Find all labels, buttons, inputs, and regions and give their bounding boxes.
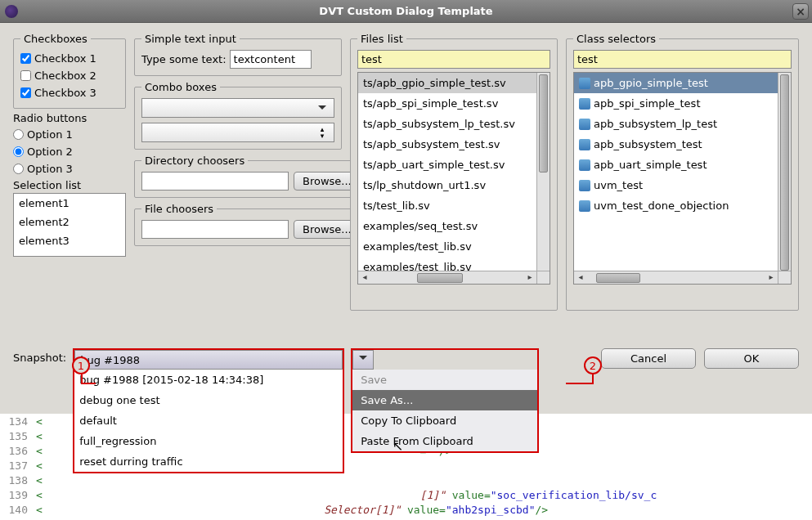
files-listbox[interactable]: ts/apb_gpio_simple_test.sv ts/apb_spi_si… bbox=[357, 72, 550, 285]
list-item[interactable]: element2 bbox=[14, 213, 125, 231]
file-item[interactable]: ts/apb_subsystem_lp_test.sv bbox=[358, 114, 536, 134]
chevron-down-icon bbox=[359, 353, 367, 366]
radio-2[interactable] bbox=[13, 146, 24, 157]
app-icon bbox=[5, 5, 18, 18]
checkboxes-legend: Checkboxes bbox=[20, 33, 91, 45]
selection-list[interactable]: element1 element2 element3 bbox=[13, 193, 126, 257]
scroll-left-icon[interactable]: ◂ bbox=[358, 272, 371, 284]
file-input[interactable] bbox=[141, 220, 289, 239]
menu-copy-clipboard[interactable]: Copy To Clipboard bbox=[352, 410, 537, 431]
scroll-right-icon[interactable]: ▸ bbox=[765, 272, 778, 284]
ok-button[interactable]: OK bbox=[704, 348, 799, 369]
file-item[interactable]: ts/apb_gpio_simple_test.sv bbox=[358, 73, 536, 93]
checkbox-2[interactable] bbox=[20, 70, 31, 81]
checkbox-1[interactable] bbox=[20, 53, 31, 64]
titlebar: DVT Custom Dialog Template × bbox=[0, 0, 812, 23]
files-filter-input[interactable] bbox=[357, 50, 550, 69]
chevron-down-icon bbox=[314, 102, 330, 114]
simple-text-label: Type some text: bbox=[141, 53, 227, 65]
class-item[interactable]: apb_gpio_simple_test bbox=[574, 73, 778, 93]
scroll-right-icon[interactable]: ▸ bbox=[523, 272, 536, 284]
file-item[interactable]: examples/test_lib.sv bbox=[358, 236, 536, 257]
snapshot-dropdown[interactable]: bug #1988 [2015-02-18 14:34:38] debug on… bbox=[74, 370, 343, 472]
bottom-row: Snapshot: bug #1988 bug #1988 [2015-02-1… bbox=[0, 322, 812, 473]
simple-text-input[interactable] bbox=[230, 50, 312, 69]
vertical-scrollbar[interactable] bbox=[778, 73, 791, 271]
file-item[interactable]: ts/apb_subsystem_test.sv bbox=[358, 134, 536, 155]
cancel-button[interactable]: Cancel bbox=[601, 348, 696, 369]
horizontal-scrollbar[interactable]: ◂ ▸ bbox=[574, 271, 778, 284]
classes-group: Class selectors apb_gpio_simple_test apb… bbox=[566, 33, 799, 311]
snapshot-option[interactable]: bug #1988 [2015-02-18 14:34:38] bbox=[74, 370, 343, 390]
spinner-icon bbox=[314, 126, 330, 139]
class-icon bbox=[579, 119, 590, 130]
class-item[interactable]: apb_subsystem_test bbox=[574, 134, 778, 155]
snapshot-menu-block: Save Save As... Copy To Clipboard Paste … bbox=[351, 348, 539, 453]
radio-1[interactable] bbox=[13, 129, 24, 140]
checkboxes-group: Checkboxes Checkbox 1 Checkbox 2 Checkbo… bbox=[13, 33, 126, 109]
class-icon bbox=[579, 78, 590, 89]
vertical-scrollbar[interactable] bbox=[536, 73, 550, 271]
simple-text-legend: Simple text input bbox=[141, 33, 240, 45]
window-title: DVT Custom Dialog Template bbox=[319, 5, 492, 17]
class-item[interactable]: apb_subsystem_lp_test bbox=[574, 114, 778, 134]
dir-chooser-group: Directory choosers Browse... bbox=[134, 155, 368, 198]
file-item[interactable]: ts/lp_shutdown_urt1.sv bbox=[358, 175, 536, 195]
combo-group: Combo boxes bbox=[134, 81, 342, 150]
file-item[interactable]: ts/apb_spi_simple_test.sv bbox=[358, 93, 536, 114]
class-icon bbox=[579, 139, 590, 150]
classes-filter-input[interactable] bbox=[573, 50, 792, 69]
classes-legend: Class selectors bbox=[573, 33, 659, 45]
list-item[interactable]: element1 bbox=[14, 194, 125, 213]
menu-save[interactable]: Save bbox=[352, 370, 537, 390]
file-item[interactable]: examples/seq_test.sv bbox=[358, 216, 536, 236]
class-icon bbox=[579, 200, 590, 212]
files-legend: Files list bbox=[357, 33, 406, 45]
snapshot-option[interactable]: full_regression bbox=[74, 431, 343, 451]
simple-text-group: Simple text input Type some text: bbox=[134, 33, 342, 76]
radio-3[interactable] bbox=[13, 164, 24, 174]
class-icon bbox=[579, 159, 590, 171]
files-group: Files list ts/apb_gpio_simple_test.sv ts… bbox=[350, 33, 558, 311]
snapshot-label: Snapshot: bbox=[13, 348, 66, 364]
callout-2: 2 bbox=[584, 356, 602, 374]
combo-2[interactable] bbox=[141, 123, 334, 142]
class-icon bbox=[579, 98, 590, 110]
list-item[interactable]: element3 bbox=[14, 231, 125, 250]
snapshot-menu-trigger[interactable] bbox=[352, 350, 374, 370]
combo-1[interactable] bbox=[141, 98, 334, 118]
file-item[interactable]: ts/test_lib.sv bbox=[358, 195, 536, 216]
file-item[interactable]: examples/test_lib.sv bbox=[358, 257, 536, 271]
dir-chooser-legend: Directory choosers bbox=[141, 155, 248, 167]
snapshot-menu[interactable]: Save Save As... Copy To Clipboard Paste … bbox=[352, 370, 537, 451]
snapshot-option[interactable]: default bbox=[74, 410, 343, 431]
horizontal-scrollbar[interactable]: ◂ ▸ bbox=[358, 271, 536, 284]
dir-input[interactable] bbox=[141, 172, 289, 191]
radio-legend: Radio buttons bbox=[13, 110, 126, 126]
checkbox-3[interactable] bbox=[20, 87, 31, 98]
class-item[interactable]: apb_spi_simple_test bbox=[574, 93, 778, 114]
menu-save-as[interactable]: Save As... bbox=[352, 390, 537, 410]
dialog-body: Checkboxes Checkbox 1 Checkbox 2 Checkbo… bbox=[0, 23, 812, 322]
class-item[interactable]: apb_uart_simple_test bbox=[574, 155, 778, 175]
selection-legend: Selection list bbox=[13, 177, 126, 193]
file-chooser-group: File choosers Browse... bbox=[134, 203, 368, 246]
snapshot-combo-block: bug #1988 bug #1988 [2015-02-18 14:34:38… bbox=[73, 348, 344, 473]
class-item[interactable]: uvm_test bbox=[574, 175, 778, 195]
class-item[interactable]: uvm_test_done_objection bbox=[574, 195, 778, 216]
class-icon bbox=[579, 180, 590, 191]
callout-1: 1 bbox=[72, 356, 90, 374]
snapshot-option[interactable]: reset durring traffic bbox=[74, 451, 343, 472]
classes-listbox[interactable]: apb_gpio_simple_test apb_spi_simple_test… bbox=[573, 72, 792, 285]
menu-paste-clipboard[interactable]: Paste From Clipboard bbox=[352, 431, 537, 451]
combo-legend: Combo boxes bbox=[141, 81, 220, 93]
snapshot-option[interactable]: debug one test bbox=[74, 390, 343, 410]
close-button[interactable]: × bbox=[792, 3, 809, 20]
snapshot-combo[interactable]: bug #1988 bbox=[74, 350, 343, 370]
file-item[interactable]: ts/apb_uart_simple_test.sv bbox=[358, 155, 536, 175]
scroll-left-icon[interactable]: ◂ bbox=[574, 272, 587, 284]
file-chooser-legend: File choosers bbox=[141, 203, 217, 215]
